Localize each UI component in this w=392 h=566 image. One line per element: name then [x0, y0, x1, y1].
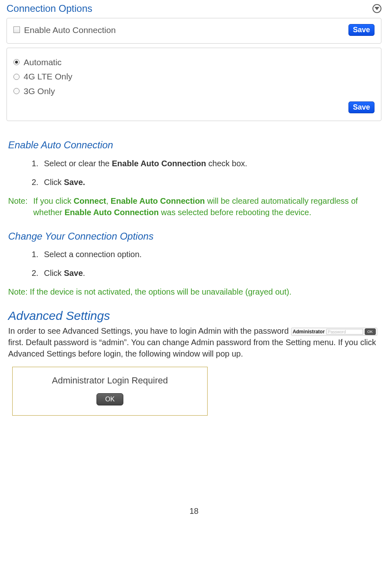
radio-3g[interactable] — [13, 88, 20, 94]
radio-3g-label: 3G Only — [24, 85, 55, 97]
connection-mode-box: Automatic 4G LTE Only 3G Only Save — [7, 48, 381, 121]
popup-title: Administrator Login Required — [17, 374, 203, 387]
inline-login-label: Administrator — [293, 328, 325, 335]
auto-connection-box: Enable Auto Connection Save — [7, 18, 381, 44]
document-body: Enable Auto Connection Select or clear t… — [4, 125, 384, 517]
save-button-bottom[interactable]: Save — [348, 101, 374, 113]
step-1: Select or clear the Enable Auto Connecti… — [41, 158, 380, 169]
enable-auto-label: Enable Auto Connection — [24, 24, 116, 36]
heading-advanced-settings: Advanced Settings — [8, 307, 380, 324]
heading-change-options: Change Your Connection Options — [8, 229, 380, 243]
note-not-activated: Note: If the device is not activated, th… — [8, 286, 380, 297]
heading-enable-auto: Enable Auto Connection — [8, 138, 380, 152]
step-1: Select a connection option. — [41, 249, 380, 260]
note-connect: Note: If you click Connect, Enable Auto … — [8, 195, 380, 218]
save-button-top[interactable]: Save — [348, 24, 374, 36]
login-required-popup: Administrator Login Required OK — [12, 367, 208, 416]
inline-admin-login: Administrator Password OK — [291, 328, 377, 336]
enable-auto-checkbox[interactable] — [13, 26, 20, 33]
collapse-toggle-icon[interactable] — [372, 4, 381, 13]
radio-4g-lte[interactable] — [13, 74, 20, 80]
page-number: 18 — [8, 505, 380, 517]
panel-title: Connection Options — [7, 2, 92, 15]
step-2: Click Save. — [41, 176, 380, 188]
panel-header: Connection Options — [4, 0, 384, 17]
inline-login-ok[interactable]: OK — [365, 328, 376, 335]
popup-ok-button[interactable]: OK — [96, 393, 123, 405]
inline-login-password[interactable]: Password — [326, 329, 363, 335]
radio-4g-lte-label: 4G LTE Only — [24, 70, 72, 82]
radio-automatic[interactable] — [13, 59, 20, 65]
radio-automatic-label: Automatic — [24, 56, 61, 68]
advanced-paragraph: In order to see Advanced Settings, you h… — [8, 325, 380, 359]
steps-enable-auto: Select or clear the Enable Auto Connecti… — [37, 158, 380, 188]
step-2: Click Save. — [41, 267, 380, 279]
steps-change-options: Select a connection option. Click Save. — [37, 249, 380, 279]
